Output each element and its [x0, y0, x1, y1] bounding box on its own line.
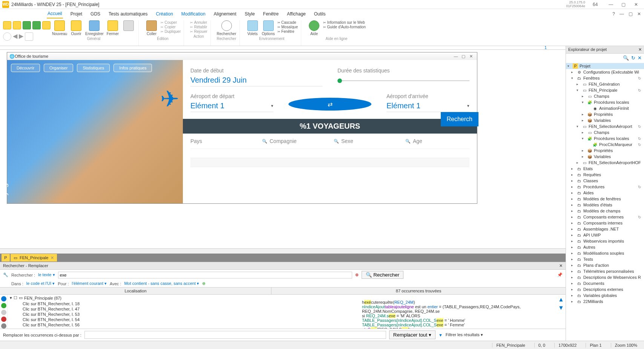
tab-tests[interactable]: Tests automatiques — [108, 10, 148, 18]
exp-close-all-icon[interactable]: ✕ — [638, 55, 642, 61]
retablir-button[interactable]: Rétablir — [190, 25, 207, 29]
couper-button[interactable]: Couper — [161, 20, 181, 25]
sr-result-item[interactable]: Clic sur BTN_Rechercher, l. 18 — [8, 301, 360, 306]
mock-max-icon[interactable]: ▢ — [460, 54, 467, 59]
close-tab-icon[interactable]: ✕ — [51, 255, 54, 260]
tree-item[interactable]: ▸🗀Composants internes — [566, 220, 644, 226]
tab-affichage[interactable]: Affichage — [286, 10, 307, 18]
tree-item[interactable]: ▸🗀Plans d'action — [566, 262, 644, 268]
design-hscroll[interactable] — [0, 248, 566, 254]
sr-avec-dropdown[interactable]: Mot contient - sans casse, sans accent ▾ — [124, 281, 199, 286]
enregistrer-button[interactable]: Enregistrer — [85, 20, 104, 36]
tree-item[interactable]: ▸🗀Descriptions de Webservices R — [566, 274, 644, 280]
nav-infos[interactable]: Infos pratiques — [113, 64, 152, 72]
tab-modification[interactable]: Modification — [181, 10, 206, 18]
tree-item[interactable]: ▾🧩Procédures locales — [566, 99, 644, 105]
swap-button[interactable]: ⇄ — [288, 98, 371, 111]
tab-alignement[interactable]: Alignement — [213, 10, 237, 18]
dupliquer-button[interactable]: Dupliquer — [161, 29, 181, 34]
pin-icon[interactable]: 📌 — [557, 272, 563, 277]
status-zoom[interactable]: Zoom 100% — [611, 343, 641, 347]
sr-icon3[interactable] — [1, 310, 6, 315]
document-tab[interactable]: ▭ FEN_Principale ✕ — [11, 254, 57, 261]
coller-button[interactable]: Coller — [145, 20, 158, 36]
mock-search-button[interactable]: Recherch — [441, 112, 478, 126]
explorer-close-icon[interactable]: ✕ — [638, 47, 642, 52]
exp-search-icon[interactable]: 🔍 — [623, 55, 629, 61]
tree-item[interactable]: ▸⚙Configurations (Exécutable Wi — [566, 69, 644, 75]
qt-bug-icon[interactable] — [13, 21, 21, 29]
date-field[interactable]: Vendredi 29 Juin — [190, 76, 322, 86]
guide-button[interactable]: Guide d'Auto-formation — [323, 25, 366, 29]
sr-icon5[interactable] — [1, 323, 6, 329]
sr-pour-dropdown[interactable]: l'élément courant ▾ — [72, 281, 107, 286]
tree-item[interactable]: ▸🗀Autres — [566, 244, 644, 250]
tree-item[interactable]: ▾🗀Fenêtres↻ — [566, 75, 644, 81]
tree-item[interactable]: ▸🗀Documents — [566, 280, 644, 286]
tree-item[interactable]: ▸🗀Tests — [566, 256, 644, 262]
sr-result-group[interactable]: ▾☐▭FEN_Principale (87) — [8, 295, 360, 301]
prev-result-icon[interactable]: ▲ — [558, 296, 564, 303]
tree-item[interactable]: ▸📦Variables — [566, 117, 644, 123]
sr-icon4[interactable] — [1, 317, 6, 322]
sr-scope-dropdown[interactable]: le texte ▾ — [38, 272, 55, 277]
copier-button[interactable]: Copier — [161, 25, 181, 29]
sr-tool-icon[interactable]: 🔧 — [3, 272, 8, 277]
filter-icon[interactable]: ▼ — [439, 333, 443, 337]
tree-item[interactable]: ▸🗀Assemblages .NET — [566, 226, 644, 232]
depart-select[interactable]: Elément 1▾ — [190, 101, 273, 112]
info-web-button[interactable]: Information sur le Web — [323, 20, 366, 25]
sr-result-item[interactable]: Clic sur BTN_Rechercher, l. 53 — [8, 312, 360, 317]
fenetre-button[interactable]: Fenêtre — [278, 29, 298, 34]
print-button[interactable] — [122, 20, 135, 31]
tree-item[interactable]: ▸▭FEN_SélectionAéroportHOF — [566, 160, 644, 166]
tree-item[interactable]: ▸🗀Descriptions externes — [566, 286, 644, 292]
add-icon[interactable]: ⊕ — [202, 281, 205, 286]
tree-item[interactable]: ▸📦Variables — [566, 154, 644, 160]
options-button[interactable]: Options — [262, 20, 275, 36]
sr-result-item[interactable]: Clic sur BTN_Rechercher, l. 47 — [8, 306, 360, 312]
tree-item[interactable]: ▸📦Propriétés — [566, 111, 644, 117]
arrivee-select[interactable]: Elément 1▾ — [386, 101, 469, 112]
tab-outils[interactable]: Outils — [313, 10, 327, 18]
sr-close-icon[interactable]: ✕ — [559, 263, 563, 268]
aide-button[interactable]: Aide — [307, 20, 321, 36]
tree-item[interactable]: ◉AnimationFinInit — [566, 105, 644, 111]
cascade-button[interactable]: Cascade — [278, 20, 298, 25]
sr-result-item[interactable]: Clic sur BTN_Rechercher, l. 56 — [8, 322, 360, 327]
tree-item[interactable]: ▸🗀Variables globales — [566, 292, 644, 298]
rejouer-button[interactable]: Rejouer — [190, 29, 207, 34]
replace-all-button[interactable]: Remplacer tout ▾ — [389, 331, 435, 339]
tree-item[interactable]: ▸🗀Procédures↻ — [566, 184, 644, 190]
mock-window[interactable]: 🌐 Office de tourisme —▢✕ Découvrir Organ… — [7, 52, 477, 204]
annuler-button[interactable]: Annuler — [190, 20, 207, 25]
sr-dans-dropdown[interactable]: le code et l'UI ▾ — [26, 281, 55, 286]
sr-search-button[interactable]: 🔍 Rechercher — [362, 271, 404, 279]
nav-statistiques[interactable]: Statistiques — [77, 64, 110, 72]
close-button[interactable]: ✕ — [630, 2, 642, 7]
tab-creation[interactable]: Création — [155, 10, 173, 18]
tree-item[interactable]: ▾▭FEN_SélectionAéroport↻ — [566, 123, 644, 129]
rechercher-button[interactable]: Rechercher — [217, 20, 236, 36]
tree-item[interactable]: ▸🗀Requêtes — [566, 172, 644, 178]
doc-close-icon[interactable]: ✕ — [637, 11, 641, 17]
tree-item[interactable]: ▸🗀Modèles de fenêtres — [566, 196, 644, 202]
doc-min-icon[interactable]: — — [619, 11, 624, 17]
tree-item[interactable]: ▸🗀Webservices importés — [566, 238, 644, 244]
undo-icon[interactable]: ◀ — [13, 32, 17, 41]
tree-item[interactable]: ▸🗀Télémétries personnalisées — [566, 268, 644, 274]
sr-icon2[interactable] — [1, 303, 6, 308]
doc-max-icon[interactable]: ▢ — [629, 11, 633, 17]
tree-item[interactable]: ▸🗀API UWP — [566, 232, 644, 238]
duree-slider[interactable] — [337, 80, 469, 81]
sr-icon1[interactable] — [1, 296, 6, 301]
tree-item[interactable]: ▸🗀Modèles d'états — [566, 202, 644, 208]
qt-yellow3-icon[interactable] — [42, 21, 51, 29]
nav-decouvrir[interactable]: Découvrir — [11, 64, 40, 72]
qt-sync-icon[interactable] — [3, 32, 11, 41]
tree-item[interactable]: ▾▭FEN_Principale↻ — [566, 87, 644, 93]
tree-root[interactable]: ▾ P Projet — [566, 63, 644, 69]
tree-item[interactable]: ▸🗀Aides — [566, 190, 644, 196]
minimize-button[interactable]: — — [605, 2, 616, 7]
redo-icon[interactable]: ▶ — [19, 32, 23, 41]
